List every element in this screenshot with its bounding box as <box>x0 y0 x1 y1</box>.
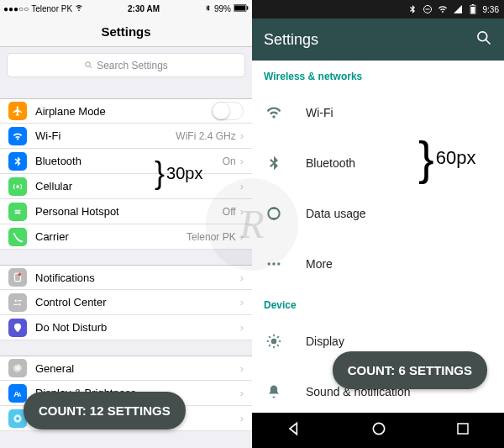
ios-row-airplane[interactable]: Airplane Mode <box>0 98 252 124</box>
chevron-right-icon: › <box>240 362 244 375</box>
chevron-right-icon: › <box>240 412 244 424</box>
bt-status-icon <box>204 4 212 13</box>
chevron-right-icon: › <box>240 129 244 142</box>
dnd-icon <box>423 4 433 14</box>
disp-icon <box>264 333 284 350</box>
cc-icon <box>8 293 27 312</box>
android-title: Settings <box>264 31 318 49</box>
svg-point-5 <box>16 185 19 188</box>
row-value: Telenor PK <box>186 231 236 243</box>
disp-icon: AA <box>8 384 27 403</box>
row-label: Display <box>306 335 344 348</box>
svg-point-26 <box>268 208 279 219</box>
row-label: Wi-Fi <box>35 129 176 142</box>
ios-row-bt[interactable]: BluetoothOn› <box>0 149 252 174</box>
ios-row-wifi[interactable]: Wi-FiWiFi 2.4 GHz› <box>0 124 252 149</box>
svg-rect-7 <box>15 212 21 213</box>
row-label: Notifications <box>35 271 240 284</box>
svg-rect-40 <box>458 424 468 434</box>
search-placeholder: Search Settings <box>97 60 168 71</box>
svg-rect-6 <box>15 209 21 211</box>
ios-settings-screen: ●●●○○ Telenor PK 2:30 AM 99% Settings <box>0 0 252 448</box>
svg-point-29 <box>277 262 280 265</box>
bt-icon <box>407 4 417 14</box>
search-input[interactable]: Search Settings <box>7 53 245 77</box>
row-label: Carrier <box>35 230 186 243</box>
android-row-more[interactable]: More <box>252 239 504 289</box>
carrier-label: Telenor PK <box>31 4 72 13</box>
bt-icon <box>264 155 284 171</box>
ios-count-badge: COUNT: 12 SETTINGS <box>24 392 186 430</box>
svg-line-35 <box>269 336 270 338</box>
row-label: Cellular <box>35 180 240 192</box>
chevron-right-icon: › <box>240 387 244 399</box>
svg-point-18 <box>16 417 19 420</box>
ios-row-phone[interactable]: CarrierTelenor PK› <box>0 224 252 250</box>
android-row-data[interactable]: Data usage <box>252 188 504 239</box>
android-row-wifi[interactable]: Wi-Fi <box>252 87 504 138</box>
status-time: 9:36 <box>483 5 499 14</box>
row-label: General <box>35 362 240 375</box>
phone-icon <box>8 228 27 246</box>
row-label: Do Not Disturb <box>35 321 240 334</box>
more-icon <box>264 256 284 272</box>
ios-row-dnd[interactable]: Do Not Disturb› <box>0 315 252 340</box>
ios-row-hotspot[interactable]: Personal HotspotOff› <box>0 199 252 224</box>
ios-search-wrap: Search Settings <box>0 47 252 83</box>
svg-point-24 <box>478 31 487 40</box>
row-label: Data usage <box>306 207 366 220</box>
svg-point-9 <box>18 273 21 277</box>
chevron-right-icon: › <box>240 230 244 243</box>
wifi-icon <box>75 3 83 13</box>
status-time: 2:30 AM <box>128 4 160 13</box>
svg-point-30 <box>271 339 277 345</box>
battery-pct: 99% <box>214 4 231 13</box>
svg-point-10 <box>15 299 17 301</box>
chevron-right-icon: › <box>240 271 244 284</box>
battery-icon <box>468 4 478 14</box>
row-label: Personal Hotspot <box>35 205 223 218</box>
svg-point-39 <box>373 423 384 434</box>
svg-rect-23 <box>470 7 475 13</box>
svg-text:A: A <box>18 391 22 397</box>
svg-point-28 <box>272 262 275 265</box>
row-value: WiFi 2.4 GHz <box>176 130 235 142</box>
sound-icon <box>264 383 284 400</box>
chevron-right-icon: › <box>240 205 244 218</box>
wifi-icon <box>438 4 448 14</box>
row-label: Wi-Fi <box>306 106 333 119</box>
ios-row-notif[interactable]: Notifications› <box>0 265 252 290</box>
search-icon[interactable] <box>475 29 492 50</box>
android-count-badge: COUNT: 6 SETTINGS <box>333 351 487 389</box>
android-status-bar: 9:36 <box>252 0 504 18</box>
notif-icon <box>8 268 27 287</box>
android-navbar <box>252 413 504 448</box>
dnd-icon <box>8 319 27 337</box>
gear-icon <box>8 359 27 377</box>
section-wireless: Wireless & networks <box>252 61 504 87</box>
svg-rect-2 <box>247 6 248 9</box>
svg-rect-1 <box>234 5 245 10</box>
svg-rect-22 <box>471 4 473 5</box>
ios-title: Settings <box>0 17 252 47</box>
ios-row-cell[interactable]: Cellular› <box>0 174 252 199</box>
chevron-right-icon: › <box>240 321 244 334</box>
data-icon <box>264 205 284 222</box>
row-label: Airplane Mode <box>35 105 212 118</box>
wifi-icon <box>8 127 27 145</box>
ios-row-gear[interactable]: General› <box>0 356 252 381</box>
row-value: On <box>223 155 236 167</box>
back-button[interactable] <box>286 420 302 440</box>
ios-row-cc[interactable]: Control Center› <box>0 290 252 315</box>
android-settings-screen: 9:36 Settings Wireless & networks Wi-FiB… <box>252 0 504 448</box>
toggle[interactable] <box>212 102 244 120</box>
cell-icon <box>8 177 27 196</box>
signal-dots-icon: ●●●○○ <box>3 4 29 13</box>
svg-line-36 <box>277 345 279 346</box>
home-button[interactable] <box>370 420 387 440</box>
svg-line-4 <box>90 66 92 68</box>
chevron-right-icon: › <box>240 155 244 167</box>
search-icon <box>84 61 93 70</box>
svg-line-38 <box>277 336 279 338</box>
recents-button[interactable] <box>455 421 470 440</box>
